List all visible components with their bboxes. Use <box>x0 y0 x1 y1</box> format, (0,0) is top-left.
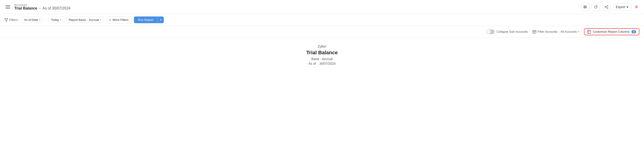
export-button[interactable]: Export ▾ <box>613 4 631 11</box>
page-title: Trial Balance • As of 30/07/2024 <box>14 6 70 11</box>
svg-rect-12 <box>588 30 591 33</box>
header-right: Export ▾ ✕ <box>581 3 639 11</box>
close-button[interactable]: ✕ <box>634 4 639 10</box>
filters-label-group: Filters : <box>5 18 19 22</box>
breadcrumb: Accountant <box>14 4 70 6</box>
svg-point-4 <box>607 8 608 8</box>
filter-icon <box>5 18 8 22</box>
dot-separator: • <box>39 6 40 10</box>
run-report-button[interactable]: Run Report <box>134 17 158 23</box>
controls-bar: Collapse Sub-Accounts Filter Accounts : … <box>0 26 644 38</box>
customize-count-badge: 4 <box>632 30 636 33</box>
as-of-label: As of <box>308 62 316 65</box>
header: Accountant Trial Balance • As of 30/07/2… <box>0 0 644 14</box>
run-report-label: Run Report <box>138 18 153 22</box>
title-section: Accountant Trial Balance • As of 30/07/2… <box>14 4 70 11</box>
more-filters-plus-icon: + <box>109 18 111 22</box>
more-filters-button[interactable]: + More Filters <box>106 17 132 24</box>
more-filters-label: More Filters <box>112 18 128 22</box>
filter-accounts-chevron-icon: ▾ <box>578 30 579 33</box>
filter-accounts-icon <box>532 30 536 34</box>
refresh-button[interactable] <box>592 3 600 11</box>
customize-label: Customize Report Columns <box>593 30 630 33</box>
svg-rect-9 <box>533 30 536 33</box>
svg-point-3 <box>607 5 608 6</box>
filters-text: Filters : <box>9 18 19 22</box>
report-date: As of 30/07/2024 <box>42 6 70 10</box>
report-basis-dropdown[interactable]: Report Basis : Accrual ▾ <box>66 17 104 23</box>
collapse-label: Collapse Sub-Accounts <box>496 30 528 33</box>
export-chevron-icon: ▾ <box>627 5 628 9</box>
as-of-date-dropdown[interactable]: As of Date ▾ <box>22 17 43 23</box>
svg-point-5 <box>605 7 606 7</box>
accrual-label: Accrual <box>89 18 99 22</box>
basis-label: Basis : <box>311 57 321 61</box>
collapse-toggle[interactable] <box>486 30 494 34</box>
run-report-dropdown-button[interactable]: ▾ <box>158 17 164 23</box>
header-left: Accountant Trial Balance • As of 30/07/2… <box>5 4 70 11</box>
report-basis-label: Report Basis : <box>69 18 88 22</box>
filter-accounts-label: Filter Accounts : <box>538 30 559 33</box>
company-name: Zylker <box>5 45 639 48</box>
run-report-chevron-icon: ▾ <box>160 18 162 22</box>
report-content: Zylker Trial Balance Basis : Accrual As … <box>0 38 644 72</box>
filter-accounts-value: All Accounts <box>560 30 577 33</box>
filter-separator: : <box>45 18 46 22</box>
menu-button[interactable] <box>5 5 11 10</box>
svg-marker-8 <box>5 19 8 21</box>
report-as-of-line: As of 30/07/2024 <box>5 62 639 65</box>
as-of-date-chevron-icon: ▾ <box>39 19 40 21</box>
customize-report-columns-button[interactable]: Customize Report Columns 4 <box>584 28 639 35</box>
today-dropdown[interactable]: Today ▾ <box>48 17 64 23</box>
customize-columns-icon <box>587 30 591 34</box>
svg-point-2 <box>584 8 585 8</box>
run-report-group: Run Report ▾ <box>134 17 164 23</box>
svg-line-7 <box>606 7 607 8</box>
svg-line-6 <box>606 6 607 7</box>
report-basis-line: Basis : Accrual <box>5 57 639 61</box>
today-label: Today <box>51 18 59 22</box>
filter-bar: Filters : As of Date ▾ : Today ▾ Report … <box>0 14 644 26</box>
svg-point-0 <box>584 6 585 6</box>
collapse-subaccounts-group: Collapse Sub-Accounts <box>486 30 528 34</box>
settings-button[interactable] <box>581 3 589 11</box>
as-of-value: 30/07/2024 <box>320 62 336 65</box>
export-label: Export <box>616 5 625 9</box>
accrual-chevron-icon: ▾ <box>100 19 101 21</box>
close-icon: ✕ <box>634 5 638 10</box>
report-name: Trial Balance <box>5 50 639 56</box>
svg-point-1 <box>586 7 586 7</box>
report-title-text: Trial Balance <box>14 6 37 10</box>
basis-value: Accrual <box>322 57 333 61</box>
share-button[interactable] <box>602 3 611 11</box>
as-of-date-label: As of Date <box>24 18 38 22</box>
today-chevron-icon: ▾ <box>60 19 62 21</box>
filter-accounts-group[interactable]: Filter Accounts : All Accounts ▾ <box>532 30 579 34</box>
